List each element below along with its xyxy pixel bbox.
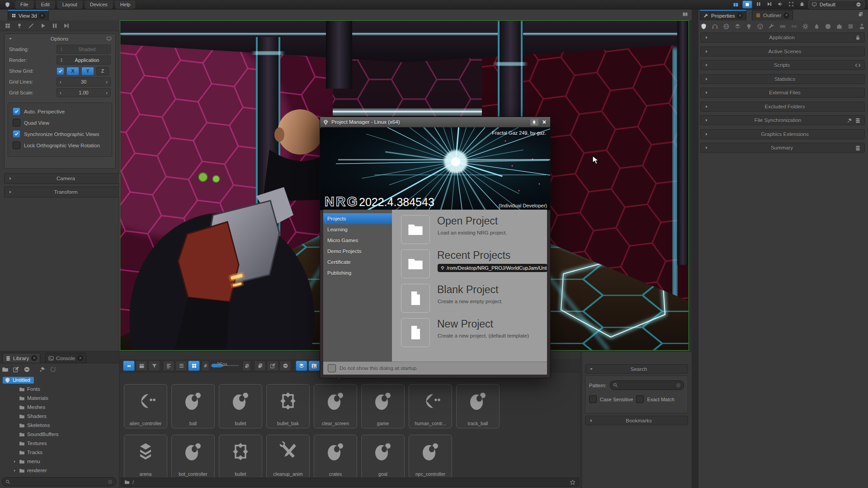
nav-demo-projects[interactable]: Demo Projects	[323, 246, 392, 257]
asset-ball[interactable]: ball	[171, 384, 215, 428]
wrench-icon[interactable]	[768, 23, 775, 30]
globe-icon[interactable]	[723, 23, 730, 30]
layout-selector[interactable]: Default	[808, 0, 864, 9]
brush-icon[interactable]	[39, 366, 46, 373]
thumb-size-slider[interactable]: 96px	[211, 365, 239, 366]
clear-icon[interactable]	[108, 479, 113, 484]
asset-path-bar[interactable]: /	[121, 478, 579, 487]
section-statistics[interactable]: Statistics	[700, 74, 865, 84]
az-button[interactable]: az	[123, 361, 135, 371]
person-icon[interactable]	[859, 23, 865, 30]
grid4-view-button[interactable]	[188, 361, 200, 371]
asset-bullet[interactable]: bullet	[219, 435, 262, 479]
headphones-icon[interactable]	[712, 23, 718, 30]
asset-cleanup-anim[interactable]: cleanup_anim	[266, 435, 310, 479]
startup-checkbox[interactable]	[328, 364, 336, 372]
folder-icon[interactable]	[2, 366, 9, 373]
minusc-button[interactable]	[279, 361, 291, 371]
tree-item-textures[interactable]: Textures	[0, 439, 119, 448]
option-lock-orthographic-view-rotation[interactable]: Lock Orthographic View Rotation	[8, 140, 112, 151]
gear-icon[interactable]	[802, 23, 809, 30]
asset-track-ball[interactable]: track_ball	[456, 384, 500, 428]
render-dropdown[interactable]: Application	[57, 56, 111, 65]
section-graphics-extensions[interactable]: Graphics Extensions	[700, 129, 865, 139]
section-application[interactable]: Application	[700, 33, 865, 42]
search-section-header[interactable]: Search	[585, 364, 688, 374]
cube-icon[interactable]	[757, 23, 764, 30]
section-camera[interactable]: Camera	[4, 173, 123, 184]
minus-icon[interactable]	[856, 2, 861, 7]
tab-close-icon[interactable]: ×	[737, 13, 743, 19]
notifications-button[interactable]	[530, 119, 538, 126]
panes-icon[interactable]	[733, 2, 739, 8]
stop-button[interactable]	[742, 0, 752, 9]
option-synchronize-orthographic-views[interactable]: Synchronize Orthographic Views	[8, 128, 112, 140]
tab-close-icon[interactable]: ×	[783, 13, 789, 19]
tree-item-stadium[interactable]: stadium	[0, 475, 119, 475]
asset-npc-controller[interactable]: npc_controller	[409, 435, 452, 479]
asset-bot-controller[interactable]: bot_controller	[171, 435, 215, 479]
option-quad-view[interactable]: Quad View	[8, 117, 112, 128]
bug-button[interactable]	[797, 0, 807, 8]
draw-icon[interactable]	[28, 23, 34, 29]
layers-icon[interactable]	[734, 23, 741, 30]
imgc-icon[interactable]	[825, 23, 831, 30]
puzzle-icon[interactable]	[836, 23, 843, 30]
pin-icon[interactable]	[16, 23, 23, 29]
play-icon[interactable]	[40, 23, 46, 29]
nav-certificate[interactable]: Certificate	[323, 257, 392, 267]
action-open-project[interactable]: Open ProjectLoad an existing NRG project…	[392, 213, 547, 249]
minusc-icon[interactable]	[24, 366, 30, 373]
sliders-icon[interactable]	[847, 23, 854, 30]
tree-item-skeletons[interactable]: Skeletons	[0, 421, 119, 430]
chevron-right-icon[interactable]	[13, 469, 17, 473]
section-active-scenes[interactable]: Active Scenes	[700, 47, 865, 56]
tree-root[interactable]: Untitled	[0, 375, 119, 385]
filter-layers-toggle[interactable]	[296, 361, 307, 371]
nav-publishing[interactable]: Publishing	[323, 267, 392, 278]
section-transform[interactable]: Transform	[4, 187, 123, 197]
brackets-button[interactable]	[787, 0, 796, 8]
pattern-input[interactable]	[610, 380, 684, 390]
tree-item-soundbuffers[interactable]: SoundBuffers	[0, 430, 119, 439]
alignl-view-button[interactable]	[163, 361, 175, 371]
section-file-synchronization[interactable]: File Synchronization	[700, 115, 865, 125]
bulb-icon[interactable]	[745, 23, 752, 30]
asset-alien-controller[interactable]: alien_controller	[124, 384, 167, 428]
paint-icon[interactable]	[813, 23, 820, 30]
stepper-right-icon[interactable]: ›	[106, 79, 108, 84]
grid4-icon[interactable]	[5, 23, 11, 29]
dialog-close-button[interactable]: ×	[541, 118, 547, 126]
tab-console[interactable]: Console ×	[45, 353, 86, 363]
stepper-right-icon[interactable]: ›	[106, 90, 108, 95]
shading-dropdown[interactable]: Shaded	[57, 45, 111, 54]
menu-layout[interactable]: Layout	[57, 1, 82, 9]
menu-edit[interactable]: Edit	[36, 1, 55, 9]
exact-match-checkbox[interactable]	[636, 395, 644, 403]
stepf-icon[interactable]	[63, 23, 70, 29]
clear-icon[interactable]	[676, 383, 681, 388]
recent-project-path[interactable]: /rom/Desktop/NRG_PROJ/WorldCupJam/Untitl…	[438, 264, 547, 272]
option-auto-perspective[interactable]: Auto. Perspective	[8, 106, 112, 117]
chevron-right-icon[interactable]	[13, 460, 17, 464]
axis-x-button[interactable]: X	[66, 67, 79, 75]
tab-properties[interactable]: Properties ×	[700, 10, 746, 20]
grid-scale-stepper[interactable]: ‹ 1.00 ›	[57, 88, 111, 97]
refresh-icon[interactable]	[50, 366, 57, 373]
speaker-button[interactable]	[776, 0, 785, 8]
funnel-button[interactable]	[148, 361, 160, 371]
section-scripts[interactable]: Scripts	[700, 60, 865, 70]
signal-icon[interactable]	[791, 23, 797, 30]
tree-item-renderer[interactable]: renderer	[0, 466, 119, 475]
section-external-files[interactable]: External Files	[700, 88, 865, 98]
float-panel-icon[interactable]	[682, 11, 688, 17]
tab-outliner[interactable]: Outliner ×	[752, 10, 793, 20]
menu-help[interactable]: Help	[115, 1, 136, 9]
panel-layout-icon[interactable]	[858, 11, 863, 17]
editbox-button[interactable]	[267, 361, 278, 371]
lines-view-button[interactable]	[175, 361, 187, 371]
asset-bullet[interactable]: bullet	[219, 384, 262, 428]
action-recent-projects[interactable]: Recent Projects/rom/Desktop/NRG_PROJ/Wor…	[392, 248, 547, 283]
tree-item-meshes[interactable]: Meshes	[0, 403, 119, 412]
tab-close-icon[interactable]: ×	[39, 13, 45, 19]
